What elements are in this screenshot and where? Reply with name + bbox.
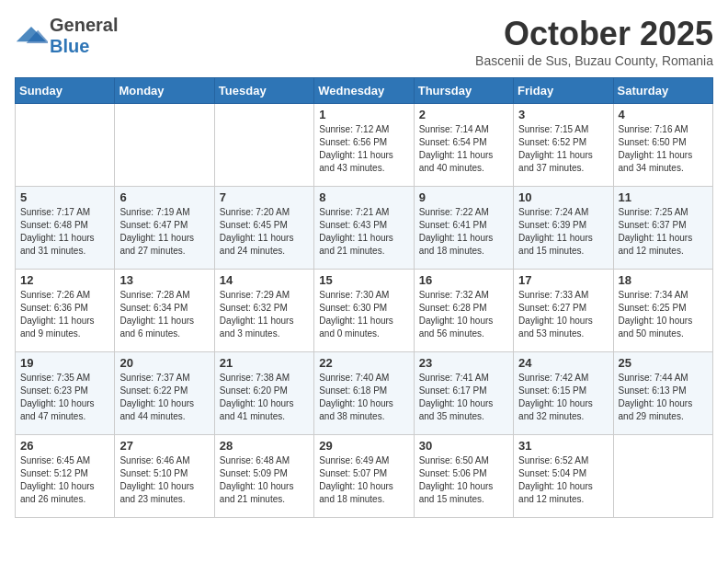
day-number: 28 [220, 439, 309, 453]
day-number: 5 [20, 190, 109, 204]
calendar-cell: 17Sunrise: 7:33 AM Sunset: 6:27 PM Dayli… [514, 270, 613, 352]
calendar-cell: 5Sunrise: 7:17 AM Sunset: 6:48 PM Daylig… [16, 187, 115, 270]
day-info: Sunrise: 7:44 AM Sunset: 6:13 PM Dayligh… [619, 372, 708, 423]
day-number: 23 [419, 356, 508, 370]
col-thursday: Thursday [414, 78, 513, 104]
calendar-cell: 21Sunrise: 7:38 AM Sunset: 6:20 PM Dayli… [214, 352, 313, 435]
logo-icon [15, 25, 48, 47]
day-info: Sunrise: 7:40 AM Sunset: 6:18 PM Dayligh… [319, 372, 408, 423]
day-number: 18 [619, 273, 708, 287]
day-info: Sunrise: 7:34 AM Sunset: 6:25 PM Dayligh… [619, 289, 708, 340]
logo-blue: Blue [50, 36, 89, 56]
day-number: 4 [619, 108, 708, 121]
day-number: 6 [119, 190, 209, 204]
day-number: 14 [220, 273, 309, 287]
day-info: Sunrise: 6:45 AM Sunset: 5:12 PM Dayligh… [20, 454, 109, 506]
day-info: Sunrise: 6:46 AM Sunset: 5:10 PM Dayligh… [119, 454, 209, 506]
day-number: 11 [619, 190, 708, 204]
day-info: Sunrise: 7:19 AM Sunset: 6:47 PM Dayligh… [119, 206, 209, 258]
calendar-cell: 16Sunrise: 7:32 AM Sunset: 6:28 PM Dayli… [414, 270, 513, 352]
day-number: 20 [119, 356, 209, 370]
calendar-cell: 28Sunrise: 6:48 AM Sunset: 5:09 PM Dayli… [214, 435, 313, 518]
calendar-cell: 22Sunrise: 7:40 AM Sunset: 6:18 PM Dayli… [314, 352, 414, 435]
day-info: Sunrise: 6:52 AM Sunset: 5:04 PM Dayligh… [518, 454, 608, 506]
day-info: Sunrise: 7:15 AM Sunset: 6:52 PM Dayligh… [518, 123, 608, 175]
calendar-week-3: 12Sunrise: 7:26 AM Sunset: 6:36 PM Dayli… [16, 270, 713, 352]
day-number: 22 [319, 356, 408, 370]
calendar-cell: 18Sunrise: 7:34 AM Sunset: 6:25 PM Dayli… [613, 270, 712, 352]
day-info: Sunrise: 7:32 AM Sunset: 6:28 PM Dayligh… [419, 289, 508, 340]
day-number: 30 [419, 439, 508, 453]
calendar-cell: 14Sunrise: 7:29 AM Sunset: 6:32 PM Dayli… [214, 270, 313, 352]
subtitle: Bascenii de Sus, Buzau County, Romania [475, 53, 713, 68]
day-info: Sunrise: 7:20 AM Sunset: 6:45 PM Dayligh… [220, 206, 309, 258]
col-monday: Monday [115, 78, 214, 104]
calendar-cell [613, 435, 712, 518]
calendar-cell: 29Sunrise: 6:49 AM Sunset: 5:07 PM Dayli… [314, 435, 414, 518]
calendar-cell: 2Sunrise: 7:14 AM Sunset: 6:54 PM Daylig… [414, 104, 513, 187]
day-number: 27 [119, 439, 209, 453]
day-info: Sunrise: 6:50 AM Sunset: 5:06 PM Dayligh… [419, 454, 508, 506]
col-friday: Friday [514, 78, 613, 104]
day-info: Sunrise: 7:14 AM Sunset: 6:54 PM Dayligh… [419, 123, 508, 175]
day-info: Sunrise: 6:48 AM Sunset: 5:09 PM Dayligh… [220, 454, 309, 506]
calendar-week-1: 1Sunrise: 7:12 AM Sunset: 6:56 PM Daylig… [16, 104, 713, 187]
calendar-week-2: 5Sunrise: 7:17 AM Sunset: 6:48 PM Daylig… [16, 187, 713, 270]
calendar-cell: 9Sunrise: 7:22 AM Sunset: 6:41 PM Daylig… [414, 187, 513, 270]
day-info: Sunrise: 7:35 AM Sunset: 6:23 PM Dayligh… [20, 372, 109, 423]
calendar-cell [16, 104, 115, 187]
day-info: Sunrise: 7:33 AM Sunset: 6:27 PM Dayligh… [518, 289, 608, 340]
calendar-week-5: 26Sunrise: 6:45 AM Sunset: 5:12 PM Dayli… [16, 435, 713, 518]
day-number: 10 [518, 190, 608, 204]
calendar-cell: 23Sunrise: 7:41 AM Sunset: 6:17 PM Dayli… [414, 352, 513, 435]
day-number: 29 [319, 439, 408, 453]
day-number: 3 [518, 108, 608, 121]
day-number: 15 [319, 273, 408, 287]
calendar-cell: 11Sunrise: 7:25 AM Sunset: 6:37 PM Dayli… [613, 187, 712, 270]
day-info: Sunrise: 6:49 AM Sunset: 5:07 PM Dayligh… [319, 454, 408, 506]
day-info: Sunrise: 7:24 AM Sunset: 6:39 PM Dayligh… [518, 206, 608, 258]
day-number: 31 [518, 439, 608, 453]
day-number: 24 [518, 356, 608, 370]
calendar-cell: 31Sunrise: 6:52 AM Sunset: 5:04 PM Dayli… [514, 435, 613, 518]
calendar-cell: 26Sunrise: 6:45 AM Sunset: 5:12 PM Dayli… [16, 435, 115, 518]
col-sunday: Sunday [16, 78, 115, 104]
calendar-table: Sunday Monday Tuesday Wednesday Thursday… [15, 77, 713, 518]
day-info: Sunrise: 7:16 AM Sunset: 6:50 PM Dayligh… [619, 123, 708, 175]
day-info: Sunrise: 7:29 AM Sunset: 6:32 PM Dayligh… [220, 289, 309, 340]
calendar-header-row: Sunday Monday Tuesday Wednesday Thursday… [16, 78, 713, 104]
calendar-cell: 30Sunrise: 6:50 AM Sunset: 5:06 PM Dayli… [414, 435, 513, 518]
calendar-cell: 12Sunrise: 7:26 AM Sunset: 6:36 PM Dayli… [16, 270, 115, 352]
calendar-cell: 15Sunrise: 7:30 AM Sunset: 6:30 PM Dayli… [314, 270, 414, 352]
calendar-cell: 24Sunrise: 7:42 AM Sunset: 6:15 PM Dayli… [514, 352, 613, 435]
calendar-cell: 8Sunrise: 7:21 AM Sunset: 6:43 PM Daylig… [314, 187, 414, 270]
day-info: Sunrise: 7:22 AM Sunset: 6:41 PM Dayligh… [419, 206, 508, 258]
day-number: 25 [619, 356, 708, 370]
day-info: Sunrise: 7:17 AM Sunset: 6:48 PM Dayligh… [20, 206, 109, 258]
page-header: General Blue October 2025 Bascenii de Su… [15, 15, 713, 68]
day-info: Sunrise: 7:42 AM Sunset: 6:15 PM Dayligh… [518, 372, 608, 423]
day-info: Sunrise: 7:12 AM Sunset: 6:56 PM Dayligh… [319, 123, 408, 175]
calendar-cell: 20Sunrise: 7:37 AM Sunset: 6:22 PM Dayli… [115, 352, 214, 435]
day-info: Sunrise: 7:25 AM Sunset: 6:37 PM Dayligh… [619, 206, 708, 258]
day-number: 16 [419, 273, 508, 287]
calendar-week-4: 19Sunrise: 7:35 AM Sunset: 6:23 PM Dayli… [16, 352, 713, 435]
col-wednesday: Wednesday [314, 78, 414, 104]
day-number: 9 [419, 190, 508, 204]
day-number: 12 [20, 273, 109, 287]
day-number: 21 [220, 356, 309, 370]
calendar-cell: 13Sunrise: 7:28 AM Sunset: 6:34 PM Dayli… [115, 270, 214, 352]
day-info: Sunrise: 7:30 AM Sunset: 6:30 PM Dayligh… [319, 289, 408, 340]
day-number: 17 [518, 273, 608, 287]
day-number: 13 [119, 273, 209, 287]
day-info: Sunrise: 7:26 AM Sunset: 6:36 PM Dayligh… [20, 289, 109, 340]
logo-general: General [50, 15, 118, 35]
calendar-cell: 3Sunrise: 7:15 AM Sunset: 6:52 PM Daylig… [514, 104, 613, 187]
day-number: 2 [419, 108, 508, 121]
calendar-cell: 7Sunrise: 7:20 AM Sunset: 6:45 PM Daylig… [214, 187, 313, 270]
calendar-cell: 19Sunrise: 7:35 AM Sunset: 6:23 PM Dayli… [16, 352, 115, 435]
day-number: 26 [20, 439, 109, 453]
col-saturday: Saturday [613, 78, 712, 104]
day-info: Sunrise: 7:38 AM Sunset: 6:20 PM Dayligh… [220, 372, 309, 423]
day-info: Sunrise: 7:28 AM Sunset: 6:34 PM Dayligh… [119, 289, 209, 340]
